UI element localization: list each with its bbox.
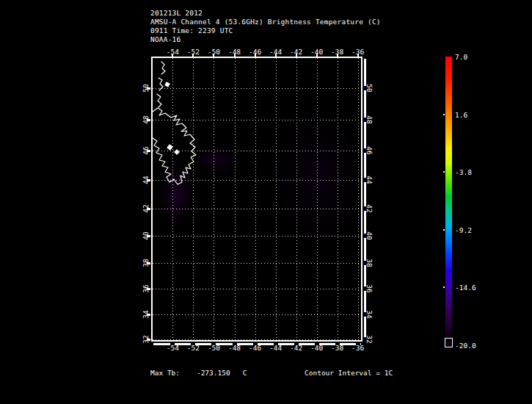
border-segment-right [364,122,366,148]
colorbar-tick-dot [443,171,445,173]
gridline-lat [153,236,361,237]
gridline-lat [153,151,361,151]
colorbar-tick-label: -9.2 [455,226,472,233]
border-segment-right [364,90,366,118]
colorbar-tick-label: 7.0 [455,54,467,60]
colorbar-tick-label: -14.6 [455,284,476,291]
tick-top [234,54,236,57]
tick-top [296,54,297,57]
tick-left [147,179,150,181]
gridline-lat [153,314,361,315]
satellite-plot-screen: 201213L 2012AMSU-A Channel 4 (53.6GHz) B… [0,0,532,404]
border-segment-right [364,238,366,261]
tick-left [147,339,150,341]
tick-top [213,54,214,57]
axis-label-lat-right: 32 [366,334,373,344]
tick-left [147,314,150,316]
tick-top [275,54,277,57]
tick-top [255,54,256,57]
axis-label-lat-right: 44 [366,175,373,184]
colorbar-tick-label: -3.8 [455,169,472,176]
tick-left [147,119,150,121]
axis-label-lon-bottom: -50 [207,345,221,351]
gridline-lat [153,263,361,264]
tick-top [316,54,318,57]
axis-label-lat-right: 40 [366,231,373,240]
gridline-lon [296,58,297,340]
gridline-lon [255,58,256,340]
max-tb-text: Max Tb: -273.150 C [150,369,247,377]
gridline-lon [358,58,359,340]
border-segment-right [364,182,366,206]
border-segment-bottom [153,343,170,345]
tick-left [147,150,150,152]
axis-label-lat-right: 48 [366,115,373,124]
tick-left [147,208,150,210]
axis-label-lon-bottom: -48 [227,345,241,351]
contour-interval-text: Contour Interval = 1C [305,369,393,377]
tick-top [357,54,359,57]
tick-top [172,54,173,57]
border-segment-bottom [340,343,356,345]
axis-label-lat-right: 34 [366,309,373,319]
colorbar-tick-dot [443,114,445,115]
gridline-lat [153,289,361,289]
gridline-lon [172,58,173,340]
tick-left [147,262,150,264]
gridline-lon [193,58,194,340]
gridline-lon [235,58,236,340]
border-segment-right [364,153,366,178]
axis-label-lon-bottom: -42 [289,345,303,351]
axis-label-lat-right: 42 [366,203,373,213]
colorbar-tick-dot [443,229,445,231]
axis-label-lon-bottom: -52 [186,345,200,351]
tick-top [192,54,194,57]
axis-label-lat-right: 38 [366,258,373,267]
header-line-4: NOAA-16 [150,35,381,44]
gridline-lon [317,58,318,340]
colorbar-end-box [445,338,453,347]
axis-label-lon-bottom: -46 [248,345,262,351]
border-segment-bottom [175,343,191,345]
tick-left [147,87,150,90]
header-line-3: 0911 Time: 2239 UTC [150,26,381,35]
border-segment-bottom [258,343,274,345]
coastline-newfoundland [153,58,361,340]
border-segment-bottom [237,343,253,345]
header-line-2: AMSU-A Channel 4 (53.6GHz) Brightness Te… [150,18,381,26]
axis-label-lon-bottom: -36 [351,345,365,351]
border-segment-right [364,211,366,234]
axis-label-lat-right: 50 [366,83,373,93]
border-segment-right [364,265,366,287]
colorbar-gradient [445,57,452,338]
border-segment-bottom [278,343,294,345]
tick-left [147,235,150,237]
tick-top [337,54,338,57]
plot-header: 201213L 2012AMSU-A Channel 4 (53.6GHz) B… [150,9,381,44]
header-line-1: 201213L 2012 [150,9,381,18]
map-plot-area [151,57,362,342]
axis-label-lon-bottom: -54 [166,345,180,351]
gridline-lat [153,339,361,340]
border-segment-bottom [319,343,335,345]
gridline-lon [338,58,338,340]
gridline-lon [214,58,214,340]
axis-label-lat-right: 46 [366,145,373,155]
colorbar-tick-label: 1.6 [455,111,467,118]
axis-label-lon-bottom: -44 [269,345,283,351]
axis-label-lat-right: 36 [366,284,373,293]
axis-label-lon-bottom: -38 [330,345,344,351]
border-segment-right [364,291,366,312]
colorbar-tick-label: -20.0 [455,342,476,349]
gridline-lat [153,180,361,181]
gridline-lat [153,88,361,89]
border-segment-right [364,59,366,86]
tick-left [147,288,150,290]
border-segment-bottom [195,343,211,345]
gridline-lat [153,120,361,120]
gridline-lon [276,58,277,340]
colorbar-tick-dot [443,286,445,288]
axis-label-lon-bottom: -40 [310,345,324,351]
border-segment-bottom [216,343,232,345]
border-segment-bottom [299,343,315,345]
